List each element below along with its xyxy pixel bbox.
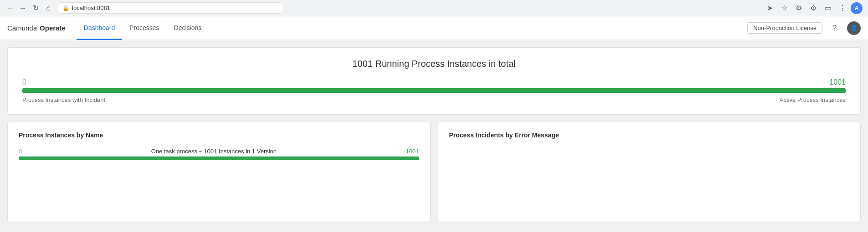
tab-processes[interactable]: Processes — [122, 17, 166, 40]
by-name-panel: Process Instances by Name 0 One task pro… — [7, 122, 431, 222]
by-error-panel-title: Process Incidents by Error Message — [449, 131, 850, 139]
cast-icon[interactable]: ▭ — [822, 2, 834, 15]
browser-chrome: ← → ↻ ⌂ 🔒 localhost:8081 ➤ ☆ ⚙ ⚙ ▭ ⋮ A — [0, 0, 868, 16]
app-logo: Camunda Operate — [7, 16, 66, 40]
process-row: 0 One task process – 1001 Instances in 1… — [19, 148, 419, 160]
process-bar-zero: 0 — [19, 148, 22, 155]
incidents-label: Process Instances with Incident — [22, 96, 105, 103]
browser-right-icons: ➤ ☆ ⚙ ⚙ ▭ ⋮ A — [763, 2, 863, 15]
license-badge[interactable]: Non-Production License — [747, 22, 822, 34]
extension-icon[interactable]: ⚙ — [807, 2, 820, 15]
active-count: 1001 — [829, 78, 846, 86]
by-error-panel: Process Incidents by Error Message — [438, 122, 861, 222]
app-header: Camunda Operate Dashboard Processes Deci… — [0, 16, 868, 40]
summary-title: 1001 Running Process Instances in total — [22, 59, 846, 69]
nav-tabs: Dashboard Processes Decisions — [77, 16, 209, 40]
lock-icon: 🔒 — [62, 5, 69, 11]
star-icon[interactable]: ☆ — [778, 2, 791, 15]
address-bar[interactable]: 🔒 localhost:8081 — [56, 2, 284, 14]
panels-row: Process Instances by Name 0 One task pro… — [7, 122, 861, 222]
forward-button[interactable]: → — [18, 4, 27, 13]
summary-bar-header: 0 1001 — [22, 78, 846, 86]
process-bar-header: 0 One task process – 1001 Instances in 1… — [19, 148, 419, 155]
product-name: Operate — [40, 24, 66, 32]
incidents-count: 0 — [22, 78, 26, 86]
profile-avatar[interactable]: A — [851, 2, 863, 14]
process-bar-name: One task process – 1001 Instances in 1 V… — [22, 148, 406, 155]
by-name-panel-title: Process Instances by Name — [19, 131, 419, 139]
summary-progress-track — [22, 88, 846, 93]
process-bar-track — [19, 156, 419, 160]
main-content: 1001 Running Process Instances in total … — [0, 40, 868, 229]
tab-dashboard[interactable]: Dashboard — [77, 17, 123, 40]
user-avatar[interactable]: 👤 — [847, 21, 861, 35]
active-label: Active Process Instances — [780, 96, 846, 103]
share-icon[interactable]: ➤ — [763, 2, 776, 15]
brand-name: Camunda — [7, 24, 37, 32]
reload-button[interactable]: ↻ — [31, 4, 40, 13]
process-bar-count: 1001 — [406, 148, 419, 155]
summary-progress-fill — [22, 88, 846, 93]
settings-icon[interactable]: ⚙ — [792, 2, 805, 15]
help-icon[interactable]: ? — [828, 21, 842, 35]
process-bar-fill — [19, 156, 419, 160]
back-button[interactable]: ← — [5, 4, 15, 13]
url-text: localhost:8081 — [72, 5, 110, 11]
tab-decisions[interactable]: Decisions — [167, 17, 209, 40]
more-icon[interactable]: ⋮ — [836, 2, 849, 15]
summary-card: 1001 Running Process Instances in total … — [7, 47, 861, 115]
home-button[interactable]: ⌂ — [44, 4, 53, 13]
summary-bar-labels: Process Instances with Incident Active P… — [22, 96, 846, 103]
header-right: Non-Production License ? 👤 — [747, 16, 861, 40]
